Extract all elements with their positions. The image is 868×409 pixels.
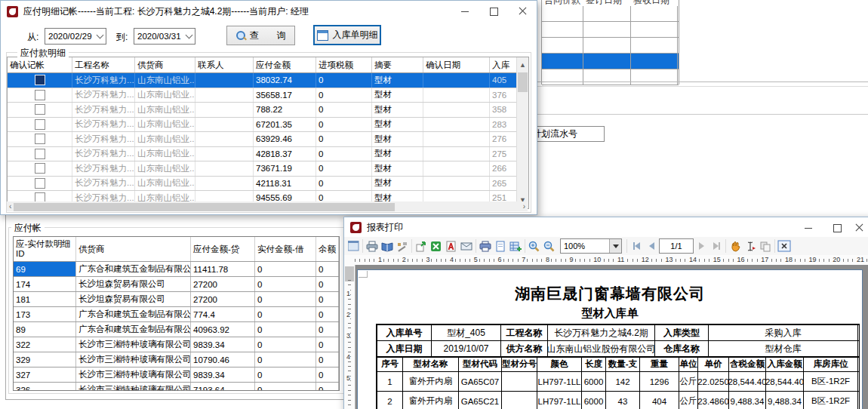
column-header-6[interactable]: 摘要 [372, 57, 423, 72]
text-select-icon[interactable] [743, 239, 758, 254]
tools-icon[interactable] [395, 239, 410, 254]
print-setup-icon[interactable] [478, 239, 493, 254]
report-info-label: 工程名称 [501, 325, 548, 340]
table-row[interactable]: 长沙万科魅力...山东南山铝业...63929.460型材276 [8, 132, 528, 147]
from-date-picker[interactable]: 2020/02/29 [45, 28, 106, 45]
report-detail-cell: GA65C07 [459, 372, 502, 391]
account-table-row[interactable]: 329长沙市三湘特种玻璃有限公司10790.4600 [14, 352, 339, 367]
confirm-checkbox[interactable] [35, 75, 45, 85]
column-header-5[interactable]: 进项税额 [316, 57, 372, 72]
account-table-row[interactable]: 173广东合和建筑五金制品有限公司774.400 [14, 307, 339, 322]
confirm-checkbox[interactable] [35, 163, 45, 174]
scroll-right-arrow[interactable]: › [521, 202, 528, 211]
report-maximize-button[interactable] [823, 217, 851, 238]
contract-table-row[interactable] [542, 22, 679, 38]
confirm-checkbox[interactable] [35, 119, 45, 130]
table-cell: 405 [490, 73, 517, 88]
contract-table-cell [631, 54, 678, 69]
report-preview-area[interactable]: 12345 湖南巨晟门窗幕墙有限公司 型材入库单 入库单号型材_405工程名称长… [344, 265, 868, 409]
scroll-up-arrow[interactable]: ▲ [517, 62, 528, 69]
payable-detail-grid[interactable]: 确认记帐工程名称供货商联系人应付金额进项税额摘要确认日期入库 长沙万科魅力...… [7, 57, 529, 209]
table-row[interactable]: 长沙万科魅力...山东南山铝业...38032.740型材405 [8, 73, 528, 88]
page-icon[interactable] [493, 239, 508, 254]
table-row[interactable]: 长沙万科魅力...山东南山铝业...788.220型材358 [8, 103, 528, 118]
confirm-checkbox[interactable] [35, 90, 45, 100]
grid-export-icon[interactable] [508, 239, 523, 254]
column-header-0[interactable]: 确认记帐 [8, 57, 72, 72]
account-column-header-4[interactable]: 余额 [316, 237, 339, 261]
first-page-button[interactable] [629, 239, 644, 254]
last-page-button[interactable] [709, 239, 724, 254]
inbound-detail-button[interactable]: 入库单明细 [313, 25, 381, 45]
confirm-checkbox[interactable] [35, 104, 45, 115]
prev-page-button[interactable] [644, 239, 659, 254]
to-label: 到: [116, 31, 128, 44]
report-minimize-button[interactable] [794, 217, 823, 238]
account-table-row[interactable]: 322长沙市三湘特种玻璃有限公司9839.3400 [14, 337, 339, 352]
report-titlebar[interactable]: 报表打印 [344, 217, 868, 237]
scroll-left-arrow[interactable]: ‹ [7, 202, 14, 211]
copy-icon[interactable] [758, 239, 773, 254]
account-table-row[interactable]: 327长沙市三湘特种玻璃有限公司9839.3400 [14, 367, 339, 383]
vertical-scroll-thumb[interactable] [518, 72, 528, 92]
report-detail-column-header: 含税金额 [729, 357, 766, 371]
contract-table-row[interactable] [542, 6, 679, 22]
account-table-row[interactable]: 69广东合和建筑五金制品有限公司11411.7800 [14, 262, 339, 277]
horizontal-scroll-thumb[interactable] [14, 203, 395, 211]
close-preview-icon[interactable] [777, 239, 792, 254]
report-close-button[interactable] [851, 217, 866, 238]
to-date-picker[interactable]: 2020/03/31 [134, 28, 195, 45]
report-app-icon [350, 222, 362, 233]
horizontal-scrollbar[interactable]: ‹ › [7, 201, 528, 211]
table-cell [195, 118, 254, 132]
column-header-3[interactable]: 联系人 [195, 57, 254, 72]
column-header-4[interactable]: 应付金额 [254, 57, 316, 72]
payable-detail-titlebar[interactable]: 应付明细记帐------当前工程: 长沙万科魅力之城4.2期------当前用户… [1, 1, 537, 22]
table-row[interactable]: 长沙万科魅力...山东南山铝业...73671.190型材266 [8, 161, 528, 177]
account-table-row[interactable]: 89广东合和建筑五金制品有限公司40963.9200 [14, 322, 339, 337]
excel-icon[interactable] [429, 239, 444, 254]
column-header-8[interactable]: 入库 [490, 57, 517, 72]
table-row[interactable]: 长沙万科魅力...山东南山铝业...35658.170型材376 [8, 88, 528, 103]
contract-table-row[interactable] [542, 69, 679, 85]
table-row[interactable]: 长沙万科魅力...山东南山铝业...42818.370型材275 [8, 147, 528, 162]
export-icon[interactable] [414, 239, 429, 254]
account-column-header-2[interactable]: 应付金额-贷 [191, 237, 255, 261]
zoom-dropdown-arrow[interactable] [609, 239, 621, 253]
form-icon[interactable] [346, 239, 361, 254]
book-icon[interactable] [380, 239, 395, 254]
vertical-scrollbar[interactable]: ▲ ▼ [516, 57, 528, 208]
account-column-header-1[interactable]: 供货商 [76, 237, 191, 261]
mail-icon[interactable] [459, 239, 474, 254]
column-header-1[interactable]: 工程名称 [72, 57, 135, 72]
confirm-checkbox[interactable] [35, 178, 45, 189]
account-column-header-0[interactable]: 应-实付款明细ID [14, 237, 76, 261]
to-dropdown-arrow[interactable] [183, 29, 195, 44]
table-row[interactable]: 长沙万科魅力...山东南山铝业...67201.350型材283 [8, 118, 528, 133]
page-number-box[interactable]: 1/1 [659, 238, 694, 254]
column-header-2[interactable]: 供货商 [135, 57, 195, 72]
confirm-checkbox[interactable] [35, 149, 45, 159]
zoom-level-combobox[interactable]: 100% [560, 238, 622, 254]
account-table-row[interactable]: 326长沙市三湘特种玻璃有限公司7193.6400 [14, 383, 339, 390]
hand-tool-icon[interactable] [728, 239, 743, 254]
minimize-button[interactable] [451, 1, 479, 22]
pdf-icon[interactable] [444, 239, 459, 254]
zoom-out-icon[interactable] [542, 239, 557, 254]
account-table-row[interactable]: 181长沙坦森贸易有限公司2720000 [14, 292, 339, 307]
payable-account-grid[interactable]: 应-实付款明细ID供货商应付金额-贷实付金额-借余额 69广东合和建筑五金制品有… [13, 236, 340, 391]
print-icon[interactable] [365, 239, 380, 254]
account-column-header-3[interactable]: 实付金额-借 [255, 237, 316, 261]
next-page-button[interactable] [694, 239, 709, 254]
close-button[interactable] [508, 1, 537, 22]
table-row[interactable]: 长沙万科魅力...山东南山铝业...42118.310型材265 [8, 177, 528, 192]
zoom-in-icon[interactable] [527, 239, 542, 254]
contract-table-row[interactable] [542, 38, 679, 54]
confirm-checkbox[interactable] [35, 134, 45, 144]
account-table-row[interactable]: 174长沙坦森贸易有限公司2720000 [14, 277, 339, 292]
column-header-7[interactable]: 确认日期 [423, 57, 490, 72]
maximize-button[interactable] [479, 1, 508, 22]
contract-table-row[interactable] [542, 54, 679, 69]
query-button[interactable]: 查 询 [226, 26, 295, 45]
from-dropdown-arrow[interactable] [94, 29, 106, 44]
